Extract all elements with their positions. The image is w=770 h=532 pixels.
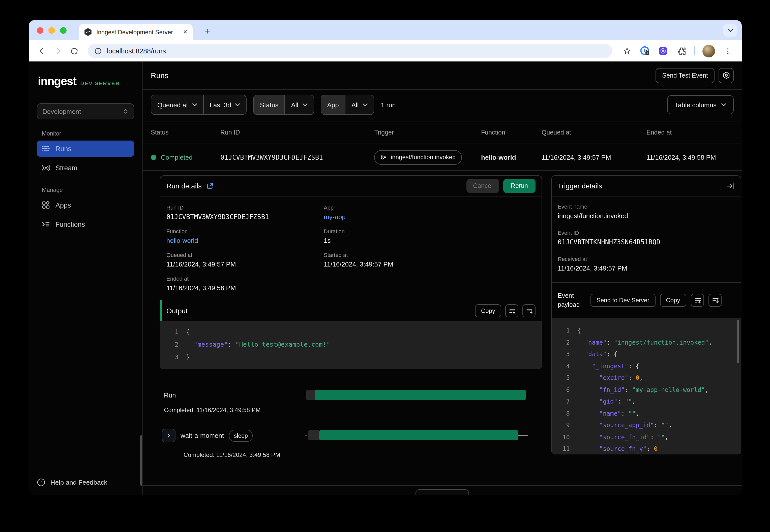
payload-scrollbar-thumb[interactable] (737, 320, 739, 363)
table-row[interactable]: Completed 01JCVBTMV3WXY9D3CFDEJFZSB1 inn… (143, 144, 742, 171)
event-payload-header: Event payload Send to Dev Server Copy (552, 283, 741, 318)
column-header-status[interactable]: Status (151, 129, 221, 136)
step-completed-text: Completed: 11/16/2024, 3:49:58 PM (183, 451, 280, 458)
payload-copy-button[interactable]: Copy (660, 294, 686, 307)
status-filter-value: All (291, 101, 298, 109)
help-label: Help and Feedback (50, 479, 107, 486)
select-chevrons-icon (122, 108, 128, 115)
status-dot (151, 154, 156, 160)
browser-tab[interactable]: Inngest Development Server ✕ (79, 24, 192, 40)
rerun-button[interactable]: Rerun (503, 179, 535, 193)
code-line: 4 "_inngest": { (552, 360, 741, 372)
partially-visible-button[interactable] (415, 489, 469, 495)
code-line: 1{ (552, 325, 741, 337)
browser-window: Inngest Development Server ✕ + (29, 20, 742, 495)
back-icon[interactable] (35, 44, 48, 57)
expanded-run-details: Run details Cancel Rerun (143, 175, 742, 465)
field-queued-at: Queued at 11/16/2024, 3:49:57 PM (166, 252, 324, 268)
sidebar-item-stream[interactable]: Stream (37, 160, 134, 176)
status-badge: Completed (161, 153, 192, 161)
code-line: 7 "gid": "", (552, 396, 741, 408)
section-label-monitor: Monitor (42, 130, 134, 137)
run-status-cell: Completed (151, 153, 221, 161)
window-controls[interactable] (37, 27, 67, 34)
column-header-trigger[interactable]: Trigger (374, 129, 481, 136)
environment-select[interactable]: Development (37, 103, 134, 119)
column-header-ended-at[interactable]: Ended at (647, 129, 734, 136)
column-header-function[interactable]: Function (481, 129, 541, 136)
settings-button[interactable] (719, 68, 734, 83)
help-and-feedback[interactable]: ? Help and Feedback (37, 478, 107, 487)
expand-step-button[interactable] (162, 429, 175, 442)
url-bar[interactable]: localhost:8288/runs (88, 44, 612, 58)
word-wrap-icon (509, 307, 516, 314)
event-payload-code-block[interactable]: 1{2 "name": "inngest/function.invoked",3… (552, 318, 741, 454)
tab-close-icon[interactable]: ✕ (183, 29, 187, 35)
external-link-icon[interactable] (206, 182, 214, 190)
run-complete-segment (315, 390, 526, 400)
run-details-title: Run details (166, 182, 202, 190)
word-wrap-button[interactable] (505, 304, 518, 317)
bookmark-star-icon[interactable] (621, 45, 633, 57)
run-progress-bar[interactable] (306, 390, 526, 400)
close-window-button[interactable] (37, 27, 43, 34)
output-copy-button[interactable]: Copy (475, 304, 501, 317)
column-header-queued-at[interactable]: Queued at (541, 129, 647, 136)
chevron-right-icon (166, 433, 171, 438)
url-text[interactable]: localhost:8288/runs (107, 47, 166, 55)
extensions-puzzle-icon[interactable] (675, 45, 687, 57)
sidebar-item-label: Apps (55, 201, 71, 209)
send-to-dev-server-button[interactable]: Send to Dev Server (591, 294, 655, 307)
new-tab-button[interactable]: + (201, 25, 213, 37)
inngest-favicon (84, 28, 92, 36)
step-progress-bar[interactable] (305, 430, 528, 440)
forward-icon[interactable] (51, 44, 64, 57)
run-details-column: Run details Cancel Rerun (160, 175, 542, 465)
run-id-value: 01JCVBTMV3WXY9D3CFDEJFZSB1 (166, 213, 324, 221)
table-columns-button[interactable]: Table columns (667, 95, 734, 114)
function-cell: hello-world (481, 153, 541, 161)
event-id-value: 01JCVBTMTKNHNHZ3SN64R51BQD (558, 238, 735, 246)
send-test-event-button[interactable]: Send Test Event (656, 68, 715, 83)
code-line: 6 "fn_id": "my-app-hello-world", (552, 384, 741, 396)
site-info-icon[interactable] (94, 47, 102, 55)
payload-scroll-to-bottom-button[interactable] (708, 294, 721, 307)
tab-search-chevron-icon[interactable] (723, 24, 737, 37)
app-filter-dropdown[interactable]: All (345, 95, 374, 114)
inngest-app: inngest DEV SERVER Development Monitor (29, 61, 742, 495)
collapse-panel-icon[interactable] (726, 182, 735, 190)
step-complete-segment (319, 430, 518, 440)
purple-extension-icon[interactable] (657, 45, 669, 57)
content-scrollbar-thumb[interactable] (140, 435, 142, 486)
sidebar-item-label: Runs (55, 145, 71, 152)
field-event-name: Event name inngest/function.invoked (558, 204, 735, 220)
zoom-window-button[interactable] (60, 27, 67, 34)
trigger-event-pill[interactable]: inngest/function.invoked (374, 150, 462, 164)
scroll-to-bottom-button[interactable] (522, 304, 535, 317)
status-filter-dropdown[interactable]: All (284, 95, 313, 114)
password-manager-extension-icon[interactable] (639, 45, 651, 57)
trigger-event-name: inngest/function.invoked (391, 154, 456, 161)
help-icon: ? (37, 478, 45, 487)
time-range-dropdown[interactable]: Last 3d (203, 95, 246, 114)
cancel-button[interactable]: Cancel (466, 179, 499, 193)
column-header-run-id[interactable]: Run ID (221, 129, 374, 136)
reload-icon[interactable] (68, 44, 81, 57)
minimize-window-button[interactable] (48, 27, 55, 34)
profile-avatar[interactable] (702, 45, 715, 57)
sidebar-item-apps[interactable]: Apps (37, 197, 134, 213)
section-label-manage: Manage (42, 187, 134, 193)
dev-server-badge: DEV SERVER (80, 80, 120, 86)
output-code-block[interactable]: 1{2 "message": "Hello test@example.com!"… (160, 321, 541, 369)
browser-menu-icon[interactable] (722, 45, 734, 57)
time-field-dropdown[interactable]: Queued at (151, 95, 203, 114)
sidebar-item-functions[interactable]: Functions (37, 216, 134, 232)
trigger-details-body: Event name inngest/function.invoked Even… (552, 196, 741, 283)
runs-table-header: Status Run ID Trigger Function Queued at… (143, 121, 742, 144)
event-name-value: inngest/function.invoked (558, 212, 735, 220)
event-broadcast-icon (380, 154, 387, 161)
app-link[interactable]: my-app (324, 213, 535, 221)
sidebar-item-runs[interactable]: Runs (37, 141, 134, 157)
function-link[interactable]: hello-world (166, 237, 324, 244)
payload-word-wrap-button[interactable] (691, 294, 704, 307)
